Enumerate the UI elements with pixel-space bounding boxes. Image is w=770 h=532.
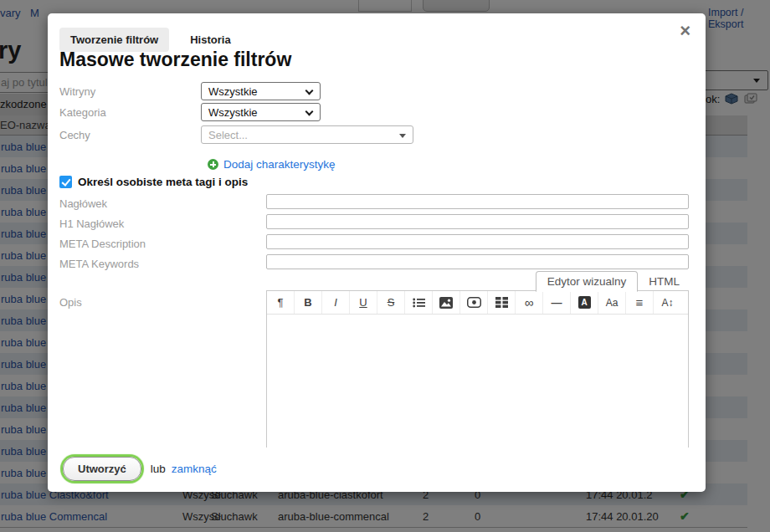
cechy-select[interactable]: Select... <box>201 125 413 144</box>
meta-keywords-label: META Keywords <box>59 258 139 270</box>
table-icon[interactable] <box>488 291 516 314</box>
text-color-icon[interactable]: A <box>571 291 598 314</box>
editor-content-area[interactable] <box>267 315 688 448</box>
tab-html[interactable]: HTML <box>638 272 690 291</box>
add-characteristic-label[interactable]: Dodaj charakterystykę <box>223 158 336 171</box>
image-icon[interactable] <box>433 291 460 314</box>
kategoria-value: Wszystkie <box>208 106 258 119</box>
witryny-label: Witryny <box>59 85 95 98</box>
font-size-icon[interactable]: Aa <box>598 291 626 314</box>
cechy-label: Cechy <box>59 129 90 141</box>
strikethrough-icon[interactable]: S <box>377 291 405 314</box>
close-icon[interactable]: × <box>680 22 690 40</box>
checkbox-checked-icon[interactable] <box>59 176 72 188</box>
meta-description-input[interactable] <box>266 234 689 249</box>
plus-icon <box>208 159 218 170</box>
meta-description-label: META Description <box>59 238 146 250</box>
chevron-down-icon <box>305 108 314 116</box>
tab-edytor-wizualny[interactable]: Edytor wizualny <box>536 271 639 292</box>
caret-down-icon <box>399 134 406 138</box>
witryny-value: Wszystkie <box>208 85 258 98</box>
bullet-list-icon[interactable] <box>405 291 433 314</box>
meta-checkbox-label: Określ osobiste meta tagi i opis <box>78 176 248 188</box>
link-icon[interactable]: ∞ <box>516 291 543 314</box>
close-modal-link[interactable]: zamknąć <box>172 463 217 475</box>
line-height-icon[interactable]: A↕ <box>654 291 681 314</box>
naglowek-label: Nagłówek <box>59 197 107 210</box>
meta-keywords-input[interactable] <box>266 254 689 269</box>
create-button[interactable]: Utworzyć <box>63 457 141 481</box>
underline-icon[interactable]: U <box>350 291 377 314</box>
h1-naglowek-input[interactable] <box>266 214 689 229</box>
italic-icon[interactable]: I <box>322 291 350 314</box>
meta-checkbox-row: Określ osobiste meta tagi i opis <box>59 176 248 188</box>
add-characteristic-link[interactable]: Dodaj charakterystykę <box>208 158 336 171</box>
bold-icon[interactable]: B <box>295 291 322 314</box>
modal-title: Masowe tworzenie filtrów <box>59 49 291 71</box>
cechy-placeholder: Select... <box>208 129 248 141</box>
naglowek-input[interactable] <box>266 194 689 209</box>
rich-text-editor: ¶ B I U S ∞ — A Aa <box>266 290 689 448</box>
witryny-select[interactable]: Wszystkie <box>201 82 321 100</box>
or-text: lub <box>151 463 166 475</box>
opis-label: Opis <box>59 296 82 309</box>
align-icon[interactable]: ≡ <box>626 291 654 314</box>
horizontal-rule-icon[interactable]: — <box>543 291 571 314</box>
video-icon[interactable] <box>460 291 488 314</box>
page: vary M Import / Eksport ry aj po tytule … <box>0 0 770 532</box>
modal-footer: Utworzyć lub zamknąć <box>63 457 217 481</box>
kategoria-label: Kategoria <box>59 106 106 119</box>
chevron-down-icon <box>305 87 314 95</box>
editor-tabs: Edytor wizualny HTML <box>266 273 690 291</box>
paragraph-icon[interactable]: ¶ <box>267 291 295 314</box>
h1-naglowek-label: H1 Nagłówek <box>59 217 124 230</box>
kategoria-select[interactable]: Wszystkie <box>201 103 321 121</box>
editor-toolbar: ¶ B I U S ∞ — A Aa <box>267 291 688 315</box>
mass-filter-modal: × Tworzenie filtrów Historia Masowe twor… <box>48 13 706 492</box>
